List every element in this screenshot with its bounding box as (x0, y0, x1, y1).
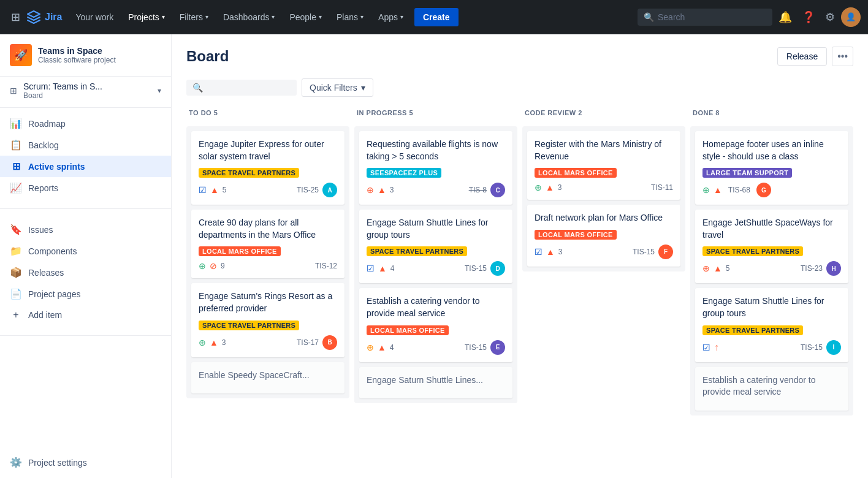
card-footer: ⊕ ▲ 3 TIS-8 C (367, 183, 505, 197)
sidebar-item-project-pages[interactable]: 📄 Project pages (0, 283, 171, 305)
active-sprints-icon: ⊞ (10, 161, 22, 172)
card-title: Enable Speedy SpaceCraft... (199, 370, 337, 382)
story-icon: ⊕ (199, 261, 206, 271)
sidebar-item-reports[interactable]: 📈 Reports (0, 177, 171, 199)
create-button[interactable]: Create (414, 8, 459, 26)
card-footer: ⊕ ▲ 3 TIS-17 B (199, 335, 337, 350)
column-done: DONE 8 Homepage footer uses an inline st… (690, 104, 853, 415)
more-options-button[interactable]: ••• (832, 47, 853, 66)
card-done-tis15[interactable]: Engage Saturn Shuttle Lines for group to… (695, 288, 848, 362)
card-inprogress-truncated[interactable]: Engage Saturn Shuttle Lines... (359, 367, 512, 399)
card-tag: SPACE TRAVEL PARTNERS (199, 168, 299, 178)
grid-icon[interactable]: ⊞ (7, 7, 24, 28)
card-footer: ☑ ▲ 4 TIS-15 D (367, 261, 505, 276)
column-todo-header: TO DO 5 (186, 104, 349, 121)
card-footer: ☑ ▲ 5 TIS-25 A (199, 183, 337, 197)
board-columns: TO DO 5 Engage Jupiter Express for outer… (172, 104, 868, 430)
release-button[interactable]: Release (777, 47, 827, 66)
card-done-truncated[interactable]: Establish a catering vendor to provide m… (695, 367, 848, 411)
sidebar-board-selector[interactable]: ⊞ Scrum: Teams in S... Board ▾ (0, 77, 171, 108)
bug-icon: ⊕ (367, 185, 374, 195)
sidebar-project: 🚀 Teams in Space Classic software projec… (0, 34, 171, 77)
board-search-input[interactable] (207, 83, 280, 93)
components-icon: 📁 (10, 245, 22, 257)
priority-icon: ▲ (210, 185, 219, 195)
sidebar-item-issues[interactable]: 🔖 Issues (0, 219, 171, 240)
board-search[interactable]: 🔍 (186, 80, 297, 96)
task-icon: ⊕ (367, 343, 374, 352)
priority-icon: ▲ (546, 247, 555, 257)
search-box[interactable]: 🔍 (638, 9, 772, 26)
sidebar-item-project-settings[interactable]: ⚙️ Project settings (0, 452, 171, 473)
jira-logo[interactable]: Jira (26, 10, 62, 25)
board-selector-caret[interactable]: ▾ (158, 86, 161, 95)
dashboards-caret: ▾ (272, 13, 275, 20)
card-count: 5 (223, 186, 227, 194)
card-tis25[interactable]: Engage Jupiter Express for outer solar s… (191, 131, 345, 205)
card-tag: LOCAL MARS OFFICE (199, 246, 281, 256)
card-inprogress-tis15b[interactable]: Establish a catering vendor to provide m… (359, 288, 512, 362)
card-title: Requesting available flights is now taki… (367, 138, 505, 162)
card-tis11[interactable]: Register with the Mars Ministry of Reven… (527, 131, 680, 200)
card-tis17[interactable]: Engage Saturn's Rings Resort as a prefer… (191, 283, 345, 357)
filters-link[interactable]: Filters ▾ (173, 9, 215, 26)
card-tis68[interactable]: Homepage footer uses an inline style - s… (695, 131, 848, 205)
quick-filters-button[interactable]: Quick Filters ▾ (302, 78, 373, 97)
sidebar-nav-primary: 📊 Roadmap 📋 Backlog ⊞ Active sprints 📈 R… (0, 108, 171, 203)
card-tag: LARGE TEAM SUPPORT (702, 168, 792, 178)
card-count: 3 (558, 248, 563, 256)
checkbox-icon: ☑ (367, 264, 375, 273)
sidebar-item-roadmap[interactable]: 📊 Roadmap (0, 113, 171, 134)
sidebar-item-backlog[interactable]: 📋 Backlog (0, 134, 171, 156)
issues-icon: 🔖 (10, 224, 22, 235)
sidebar-item-active-sprints[interactable]: ⊞ Active sprints (0, 156, 171, 177)
project-name: Teams in Space (38, 46, 116, 56)
card-id: TIS-8 (469, 186, 487, 194)
card-title: Engage Saturn Shuttle Lines for group to… (702, 295, 841, 319)
apps-link[interactable]: Apps ▾ (372, 9, 409, 26)
card-tis23[interactable]: Engage JetShuttle SpaceWays for travel S… (695, 210, 848, 283)
card-avatar: E (490, 340, 505, 355)
card-avatar: F (658, 245, 673, 259)
search-icon: 🔍 (644, 12, 654, 22)
card-id: TIS-17 (297, 338, 319, 347)
plans-link[interactable]: Plans ▾ (330, 9, 370, 26)
card-inprogress-tis15a[interactable]: Engage Saturn Shuttle Lines for group to… (359, 210, 512, 283)
settings-icon[interactable]: ⚙ (821, 7, 839, 28)
dashboards-link[interactable]: Dashboards ▾ (217, 9, 281, 26)
card-tis12[interactable]: Create 90 day plans for all departments … (191, 210, 345, 278)
column-done-header: DONE 8 (690, 104, 853, 121)
filter-search-icon: 🔍 (192, 83, 203, 93)
card-title: Establish a catering vendor to provide m… (367, 295, 505, 319)
user-avatar[interactable]: 👤 (841, 7, 861, 27)
projects-link[interactable]: Projects ▾ (122, 9, 171, 26)
story-icon: ⊕ (199, 338, 206, 347)
card-footer: ⊕ ▲ 3 TIS-11 (535, 183, 673, 192)
card-count: 5 (726, 264, 730, 273)
card-tis8[interactable]: Requesting available flights is now taki… (359, 131, 512, 205)
your-work-link[interactable]: Your work (69, 9, 120, 26)
sidebar: 🚀 Teams in Space Classic software projec… (0, 34, 172, 478)
card-title: Engage Jupiter Express for outer solar s… (199, 138, 337, 162)
story-icon: ⊕ (535, 183, 542, 192)
card-footer: ☑ ▲ 3 TIS-15 F (535, 245, 673, 259)
sidebar-item-add-item[interactable]: + Add item (0, 305, 171, 325)
notifications-icon[interactable]: 🔔 (775, 7, 796, 28)
sidebar-nav-secondary: 🔖 Issues 📁 Components 📦 Releases 📄 Proje… (0, 214, 171, 330)
card-count: 4 (390, 343, 394, 352)
card-footer: ☑ ↑ TIS-15 I (702, 340, 841, 355)
sidebar-item-components[interactable]: 📁 Components (0, 240, 171, 262)
card-footer: ⊕ ▲ 5 TIS-23 H (702, 261, 841, 276)
people-link[interactable]: People ▾ (283, 9, 328, 26)
sidebar-item-releases[interactable]: 📦 Releases (0, 262, 171, 283)
help-icon[interactable]: ❓ (798, 7, 819, 28)
card-footer: ⊕ ▲ 4 TIS-15 E (367, 340, 505, 355)
column-inprogress-header: IN PROGRESS 5 (354, 104, 517, 121)
card-codereview-tis15[interactable]: Draft network plan for Mars Office LOCAL… (527, 205, 680, 267)
search-input[interactable] (658, 12, 744, 22)
card-count: 3 (390, 186, 394, 194)
card-id: TIS-15 (801, 343, 823, 352)
card-todo-truncated[interactable]: Enable Speedy SpaceCraft... (191, 362, 345, 394)
card-tag: LOCAL MARS OFFICE (535, 168, 617, 178)
card-avatar: H (826, 261, 841, 276)
